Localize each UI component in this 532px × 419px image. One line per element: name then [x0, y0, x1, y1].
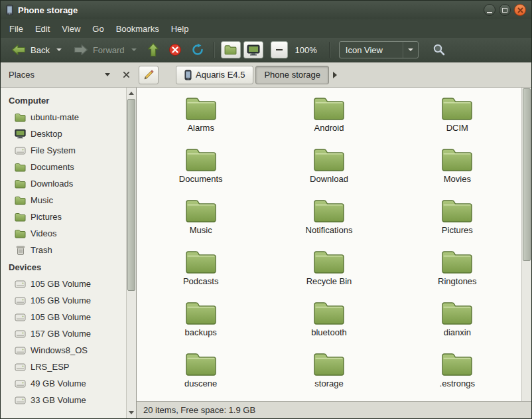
computer-button[interactable] — [243, 41, 263, 58]
drive-icon — [15, 363, 26, 372]
sidebar-item-157-gb-volume[interactable]: 157 GB Volume — [1, 325, 126, 342]
places-selector[interactable]: Places — [9, 70, 110, 80]
sidebar-scrollbar[interactable] — [126, 88, 136, 418]
window-controls — [484, 4, 526, 16]
sidebar-item-label: Desktop — [31, 129, 62, 139]
breadcrumb-aquaris-e4-5[interactable]: Aquaris E4.5 — [176, 66, 253, 84]
sidebar-close-button[interactable] — [123, 71, 130, 78]
sidebar-item-ubuntu-mate[interactable]: ubuntu-mate — [1, 109, 126, 126]
breadcrumb: Aquaris E4.5Phone storage — [176, 66, 329, 84]
scroll-up-button[interactable] — [127, 88, 136, 98]
sidebar-section-computer: Computer — [1, 92, 126, 109]
folder-dcim[interactable]: DCIM — [393, 96, 521, 142]
reload-button[interactable] — [186, 41, 209, 59]
folder-podcasts[interactable]: Podcasts — [137, 249, 265, 295]
folder-pictures[interactable]: Pictures — [393, 198, 521, 244]
sidebar-item-lrs-esp[interactable]: LRS_ESP — [1, 359, 126, 375]
folder-backups[interactable]: backups — [137, 300, 265, 347]
main-scrollbar-thumb[interactable] — [523, 88, 531, 261]
folder-duscene[interactable]: duscene — [137, 351, 265, 398]
close-button[interactable] — [514, 4, 526, 16]
zoom-out-button[interactable] — [271, 41, 288, 58]
sidebar-item-downloads[interactable]: Downloads — [1, 175, 126, 192]
menu-help[interactable]: Help — [165, 21, 195, 37]
sidebar-item-105-gb-volume[interactable]: 105 GB Volume — [1, 309, 126, 325]
scroll-down-button[interactable] — [127, 408, 136, 418]
sidebar-item-label: 105 GB Volume — [31, 279, 91, 289]
folder-icon — [441, 351, 473, 377]
drive-icon — [15, 329, 26, 339]
window-icon — [6, 5, 13, 15]
stop-icon — [168, 43, 182, 56]
drive-icon — [15, 396, 26, 405]
sidebar-item-105-gb-volume[interactable]: 105 GB Volume — [1, 276, 126, 292]
sidebar-item-33-gb-volume[interactable]: 33 GB Volume — [1, 392, 126, 408]
forward-label: Forward — [93, 45, 125, 55]
close-icon — [517, 7, 523, 13]
sidebar-item-documents[interactable]: Documents — [1, 159, 126, 175]
menu-view[interactable]: View — [56, 21, 86, 37]
sidebar-item-desktop[interactable]: Desktop — [1, 126, 126, 142]
toolbar: Back Forward — [1, 38, 531, 62]
location-edit-toggle-button[interactable] — [139, 66, 159, 84]
sidebar-item-windows8-os[interactable]: Windows8_OS — [1, 342, 126, 359]
forward-history-dropdown-icon[interactable] — [131, 48, 137, 51]
home-button[interactable] — [221, 41, 241, 58]
sidebar-item-videos[interactable]: Videos — [1, 225, 126, 242]
maximize-button[interactable] — [499, 4, 511, 16]
folder-download[interactable]: Download — [265, 147, 393, 193]
breadcrumb-phone-storage[interactable]: Phone storage — [255, 66, 329, 84]
icon-view: AlarmsAndroidDCIMDocumentsDownloadMovies… — [137, 88, 531, 401]
sidebar-item-49-gb-volume[interactable]: 49 GB Volume — [1, 375, 126, 392]
back-history-dropdown-icon[interactable] — [56, 48, 62, 51]
folder-storage[interactable]: storage — [265, 351, 393, 398]
main-scrollbar[interactable] — [521, 88, 531, 401]
sidebar-item-file-system[interactable]: File System — [1, 142, 126, 159]
folder-notifications[interactable]: Notifications — [265, 198, 393, 244]
sidebar-item-105-gb-volume[interactable]: 105 GB Volume — [1, 292, 126, 309]
view-mode-dropdown-icon — [408, 48, 413, 51]
folder-music[interactable]: Music — [137, 198, 265, 244]
minimize-button[interactable] — [484, 4, 496, 16]
folder-bluetooth[interactable]: bluetooth — [265, 300, 393, 347]
folder-android[interactable]: Android — [265, 96, 393, 142]
folder-documents[interactable]: Documents — [137, 147, 265, 193]
sidebar-item-pictures[interactable]: Pictures — [1, 209, 126, 225]
menu-bookmarks[interactable]: Bookmarks — [110, 21, 165, 37]
folder-dianxin[interactable]: dianxin — [393, 300, 521, 347]
folder-label: DCIM — [446, 123, 468, 133]
back-button[interactable]: Back — [5, 41, 68, 58]
folder-icon — [441, 249, 473, 274]
menu-file[interactable]: File — [3, 21, 29, 37]
folder-movies[interactable]: Movies — [393, 147, 521, 193]
computer-icon — [247, 44, 260, 56]
search-button[interactable] — [428, 41, 450, 59]
folder-label: storage — [314, 378, 343, 388]
folder-estrongs[interactable]: .estrongs — [393, 351, 521, 398]
folder-icon — [15, 113, 26, 122]
folder-icon — [15, 212, 26, 222]
sidebar-item-trash[interactable]: Trash — [1, 242, 126, 258]
stop-button[interactable] — [164, 41, 186, 59]
trash-icon — [15, 245, 26, 256]
folder-icon — [441, 96, 473, 121]
folder-ringtones[interactable]: Ringtones — [393, 249, 521, 295]
view-mode-select[interactable]: Icon View — [339, 41, 419, 58]
desktop-icon — [15, 129, 26, 139]
breadcrumb-next-icon[interactable] — [333, 72, 337, 78]
sidebar-item-music[interactable]: Music — [1, 192, 126, 209]
folder-label: duscene — [184, 378, 217, 388]
folder-alarms[interactable]: Alarms — [137, 96, 265, 142]
sidebar-scrollbar-thumb[interactable] — [127, 99, 135, 291]
menu-go[interactable]: Go — [86, 21, 109, 37]
forward-button[interactable]: Forward — [68, 41, 143, 58]
zoom-level: 100% — [295, 45, 317, 55]
folder-label: Android — [314, 123, 344, 133]
sidebar-item-label: Trash — [31, 245, 52, 255]
folder-recycle-bin[interactable]: Recycle Bin — [265, 249, 393, 295]
up-button[interactable] — [143, 40, 164, 60]
sidebar-item-label: Music — [31, 195, 53, 205]
menu-edit[interactable]: Edit — [29, 21, 56, 37]
folder-icon — [185, 96, 217, 121]
folder-label: Download — [310, 174, 348, 184]
